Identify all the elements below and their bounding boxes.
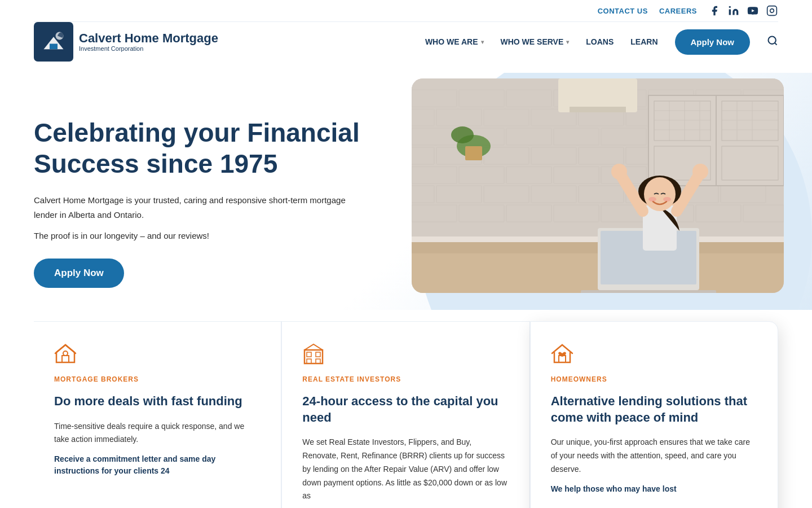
homeowners-desc: Our unique, you-first approach ensures t… (551, 436, 757, 476)
social-icons (708, 5, 778, 17)
svg-rect-107 (62, 356, 69, 362)
nav-loans[interactable]: LOANS (586, 37, 614, 46)
header: Calvert Home Mortgage Investment Corpora… (0, 22, 812, 73)
hero-proof-text: The proof is in our longevity – and our … (34, 231, 361, 240)
mortgage-brokers-category: MORTGAGE BROKERS (54, 375, 261, 383)
svg-point-100 (611, 164, 627, 179)
careers-link[interactable]: CAREERS (659, 7, 697, 15)
apply-now-button-hero[interactable]: Apply Now (34, 259, 124, 288)
homeowners-title: Alternative lending solutions that come … (551, 393, 757, 426)
contact-us-link[interactable]: CONTACT US (598, 7, 648, 15)
hero-title: Celebrating your Financial Success since… (34, 117, 361, 179)
cards-section: MORTGAGE BROKERS Do more deals with fast… (0, 321, 812, 508)
svg-rect-3 (767, 6, 777, 16)
mortgage-brokers-icon (54, 342, 261, 370)
svg-rect-110 (307, 352, 311, 357)
hero-content: Celebrating your Financial Success since… (34, 117, 361, 288)
facebook-icon[interactable] (708, 5, 721, 17)
hero-section: Celebrating your Financial Success since… (0, 73, 812, 310)
homeowners-sub: We help those who may have lost (551, 483, 757, 495)
svg-rect-0 (729, 10, 731, 15)
logo-company-name: Calvert Home Mortgage (79, 32, 218, 45)
homeowners-card: HOMEOWNERS Alternative lending solutions… (530, 321, 778, 508)
svg-point-106 (663, 197, 671, 202)
nav-who-we-are[interactable]: WHO WE ARE ▾ (425, 37, 484, 46)
hero-photo (412, 78, 784, 293)
logo-subtitle: Investment Corporation (79, 45, 218, 52)
logo-text: Calvert Home Mortgage Investment Corpora… (79, 32, 218, 52)
homeowners-category: HOMEOWNERS (551, 375, 757, 383)
mortgage-brokers-desc: Time-sensitive deals require a quick res… (54, 420, 261, 447)
chevron-down-icon: ▾ (481, 39, 484, 45)
svg-rect-88 (465, 146, 482, 160)
nav-learn[interactable]: LEARN (630, 37, 657, 46)
real-estate-investors-card: REAL ESTATE INVESTORS 24-hour access to … (281, 321, 529, 508)
hero-image (412, 78, 784, 293)
nav-who-we-serve[interactable]: WHO WE SERVE ▾ (501, 37, 570, 46)
svg-rect-111 (316, 352, 320, 357)
youtube-icon[interactable] (747, 5, 759, 17)
svg-point-101 (692, 164, 708, 179)
search-icon[interactable] (767, 35, 778, 49)
instagram-icon[interactable] (766, 5, 778, 17)
svg-point-108 (63, 351, 68, 356)
mortgage-brokers-title: Do more deals with fast funding (54, 393, 261, 410)
main-nav: WHO WE ARE ▾ WHO WE SERVE ▾ LOANS LEARN … (425, 29, 778, 55)
linkedin-icon[interactable] (727, 5, 740, 17)
real-estate-category: REAL ESTATE INVESTORS (302, 375, 509, 383)
svg-rect-95 (581, 290, 716, 293)
svg-line-10 (775, 42, 777, 45)
real-estate-icon (302, 342, 509, 370)
chevron-down-icon: ▾ (566, 39, 569, 45)
svg-point-104 (644, 177, 676, 211)
apply-now-button-nav[interactable]: Apply Now (675, 29, 751, 55)
logo[interactable]: Calvert Home Mortgage Investment Corpora… (34, 22, 218, 62)
top-bar: CONTACT US CAREERS (0, 0, 812, 21)
mortgage-brokers-card: MORTGAGE BROKERS Do more deals with fast… (34, 321, 281, 508)
svg-rect-7 (50, 44, 58, 50)
hero-description: Calvert Home Mortgage is your trusted, c… (34, 193, 361, 222)
svg-rect-90 (570, 107, 626, 112)
real-estate-title: 24-hour access to the capital you need (302, 393, 509, 426)
svg-point-9 (769, 36, 776, 43)
svg-point-1 (729, 6, 731, 8)
svg-point-87 (451, 126, 474, 143)
logo-icon (34, 22, 73, 62)
svg-point-105 (648, 197, 656, 202)
mortgage-brokers-sub: Receive a commitment letter and same day… (54, 453, 261, 477)
homeowners-icon (551, 342, 757, 370)
real-estate-desc: We set Real Estate Investors, Flippers, … (302, 436, 509, 503)
